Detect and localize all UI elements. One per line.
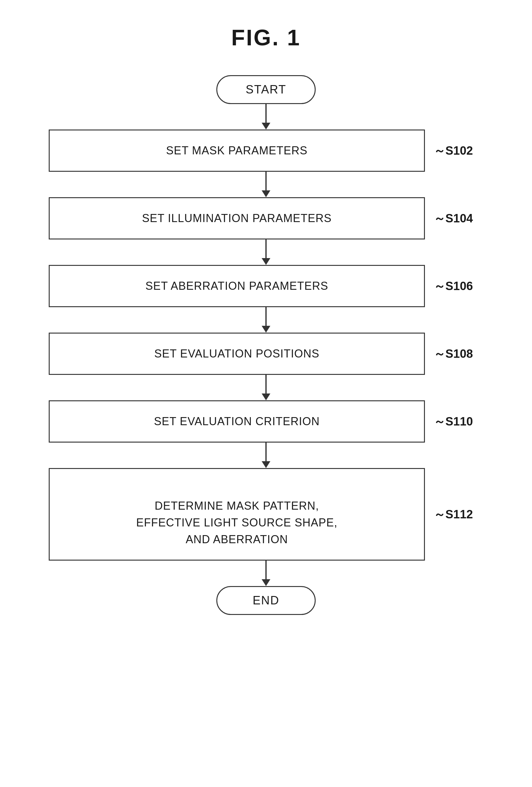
step-s102-label: ～S102 <box>434 143 483 159</box>
step-s112-box: DETERMINE MASK PATTERN, EFFECTIVE LIGHT … <box>49 468 425 560</box>
tilde-s104: ～ <box>434 212 445 225</box>
arrow-s112-to-end <box>262 560 270 586</box>
step-s104-row: SET ILLUMINATION PARAMETERS ～S104 <box>49 197 483 239</box>
tilde-s108: ～ <box>434 347 445 360</box>
step-s104-text: SET ILLUMINATION PARAMETERS <box>142 212 332 225</box>
arrow-start-to-s102 <box>262 104 270 129</box>
step-s104-label: ～S104 <box>434 211 483 227</box>
step-s112-row: DETERMINE MASK PATTERN, EFFECTIVE LIGHT … <box>49 468 483 560</box>
step-s106-label: ～S106 <box>434 278 483 294</box>
step-s106-text: SET ABERRATION PARAMETERS <box>145 279 328 292</box>
end-node: END <box>216 586 316 615</box>
page: FIG. 1 START SET MASK PARAMETERS ～S102 S <box>0 0 532 787</box>
step-s112-text: DETERMINE MASK PATTERN, EFFECTIVE LIGHT … <box>136 499 337 546</box>
tilde-s102: ～ <box>434 144 445 157</box>
step-s108-text: SET EVALUATION POSITIONS <box>154 347 319 360</box>
step-s110-box: SET EVALUATION CRITERION <box>49 400 425 443</box>
start-node: START <box>216 75 316 104</box>
step-s106-box: SET ABERRATION PARAMETERS <box>49 265 425 307</box>
step-s110-label: ～S110 <box>434 414 483 429</box>
flowchart: START SET MASK PARAMETERS ～S102 SET ILLU… <box>49 75 483 615</box>
step-s104-box: SET ILLUMINATION PARAMETERS <box>49 197 425 239</box>
arrow-s102-to-s104 <box>262 172 270 197</box>
step-s110-row: SET EVALUATION CRITERION ～S110 <box>49 400 483 443</box>
figure-title: FIG. 1 <box>231 25 301 50</box>
arrow-s104-to-s106 <box>262 239 270 265</box>
step-s112-label: ～S112 <box>434 507 483 523</box>
step-s108-row: SET EVALUATION POSITIONS ～S108 <box>49 333 483 375</box>
step-s102-row: SET MASK PARAMETERS ～S102 <box>49 129 483 172</box>
step-s102-text: SET MASK PARAMETERS <box>166 144 308 157</box>
tilde-s112: ～ <box>434 508 445 521</box>
step-s106-row: SET ABERRATION PARAMETERS ～S106 <box>49 265 483 307</box>
step-s102-box: SET MASK PARAMETERS <box>49 129 425 172</box>
step-s108-label: ～S108 <box>434 346 483 362</box>
arrow-s106-to-s108 <box>262 307 270 333</box>
tilde-s110: ～ <box>434 415 445 428</box>
step-s110-text: SET EVALUATION CRITERION <box>154 415 320 428</box>
step-s108-box: SET EVALUATION POSITIONS <box>49 333 425 375</box>
arrow-s108-to-s110 <box>262 375 270 400</box>
tilde-s106: ～ <box>434 279 445 293</box>
arrow-s110-to-s112 <box>262 443 270 468</box>
